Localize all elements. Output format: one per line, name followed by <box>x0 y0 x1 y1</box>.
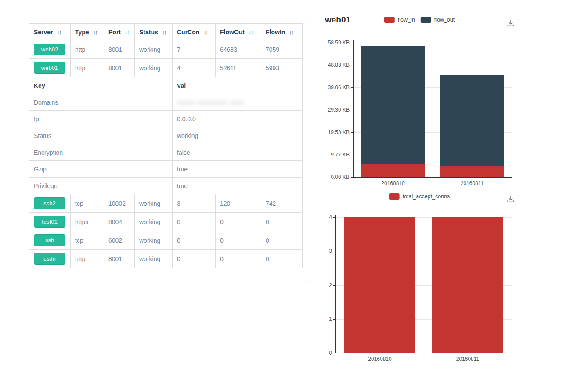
col-header-label: Status <box>139 29 158 36</box>
legend-item-total_accept_conns[interactable]: total_accept_conns <box>389 193 450 200</box>
bar-flow_out-20160811 <box>440 75 504 166</box>
cell-server: web02 <box>29 40 71 59</box>
bar-flow_in-20160810 <box>361 164 425 177</box>
y-axis-label: 1 <box>329 316 332 322</box>
cell-server: test01 <box>29 213 71 231</box>
col-header-port[interactable]: Port↓↑ <box>104 24 135 40</box>
table-row: web01http8001working4526115993 <box>29 59 303 77</box>
col-header-server[interactable]: Server↓↑ <box>29 24 71 40</box>
table-row: ssh2tcp10002working3120742 <box>29 194 303 213</box>
cell-curcon: 0 <box>173 231 216 250</box>
sort-icon: ↓↑ <box>125 29 129 36</box>
x-axis-tick <box>336 353 336 356</box>
y-axis-label: 3 <box>329 248 332 254</box>
y-axis-label: 0.00 KB <box>331 174 350 180</box>
cell-status: working <box>135 194 173 213</box>
x-axis-tick <box>512 178 512 180</box>
server-button-web02[interactable]: web02 <box>34 44 65 55</box>
cell-flowin: 5993 <box>261 59 303 77</box>
cell-status: working <box>135 59 173 77</box>
conns-chart: total_accept_conns 012342016081020160811 <box>316 190 523 367</box>
col-header-status[interactable]: Status↓↑ <box>135 24 173 40</box>
y-axis-label: 4 <box>329 214 332 220</box>
cell-flowout: 120 <box>216 194 261 213</box>
server-table-body: web02http8001working7646837059web01http8… <box>29 40 303 268</box>
cell-type: https <box>71 213 104 231</box>
cell-status: working <box>135 40 173 59</box>
col-header-flowin[interactable]: FlowIn↓↑ <box>261 24 303 40</box>
cell-port: 8004 <box>104 213 135 231</box>
server-button-csdn[interactable]: csdn <box>34 253 65 265</box>
kv-val: true <box>173 178 303 194</box>
cell-type: http <box>71 40 104 59</box>
cell-port: 8001 <box>104 40 135 59</box>
chart-title: web01 <box>325 15 350 25</box>
server-button-ssh[interactable]: ssh <box>34 234 65 246</box>
x-axis-tick <box>424 353 424 356</box>
cell-server: ssh <box>29 231 71 250</box>
cell-flowin: 0 <box>261 213 303 231</box>
table-row: web02http8001working7646837059 <box>29 40 303 59</box>
cell-flowin: 0 <box>261 250 303 268</box>
table-row: csdnhttp8001working000 <box>29 250 303 268</box>
server-button-ssh2[interactable]: ssh2 <box>34 197 65 209</box>
y-axis-label: 48.83 KB <box>328 62 350 68</box>
cell-flowout: 64683 <box>216 40 261 59</box>
col-header-flowout[interactable]: FlowOut↓↑ <box>216 24 261 40</box>
server-table-header: Server↓↑Type↓↑Port↓↑Status↓↑CurCon↓↑Flow… <box>29 24 303 40</box>
cell-flowin: 742 <box>261 194 303 213</box>
x-axis-label: 20160811 <box>456 356 480 362</box>
cell-curcon: 0 <box>173 250 216 268</box>
cell-type: http <box>71 250 104 268</box>
bar-total_accept_conns-20160811 <box>432 217 503 353</box>
cell-server: ssh2 <box>29 194 71 213</box>
kv-val: working <box>173 127 303 144</box>
cell-type: tcp <box>71 231 104 250</box>
cell-server: web01 <box>29 59 71 77</box>
cell-flowout: 0 <box>216 231 261 250</box>
cell-curcon: 4 <box>173 59 216 77</box>
y-axis-label: 0 <box>329 350 332 356</box>
legend-swatch <box>384 17 395 23</box>
legend-item-flow_out[interactable]: flow_out <box>421 17 455 23</box>
cell-curcon: 0 <box>173 213 216 231</box>
y-axis-label: 9.77 KB <box>331 152 350 158</box>
download-icon <box>506 18 516 28</box>
cell-port: 8001 <box>104 59 135 77</box>
col-header-label: Port <box>108 29 121 36</box>
col-header-curcon[interactable]: CurCon↓↑ <box>173 24 216 40</box>
chart-plot: 012342016081020160811 <box>336 217 512 353</box>
cell-port: 8001 <box>104 250 135 268</box>
kv-row: Gziptrue <box>29 161 303 178</box>
server-button-test01[interactable]: test01 <box>34 216 65 228</box>
y-axis-line <box>353 40 354 177</box>
sort-icon: ↓↑ <box>162 29 166 36</box>
cell-flowout: 52611 <box>216 59 261 77</box>
legend-item-flow_in[interactable]: flow_in <box>384 17 415 23</box>
chart-plot: 0.00 KB9.77 KB19.53 KB29.30 KB39.06 KB48… <box>354 43 512 177</box>
cell-flowout: 0 <box>216 213 261 231</box>
y-axis-label: 2 <box>329 282 332 288</box>
kv-header-row: KeyVal <box>29 77 303 94</box>
sort-icon: ↓↑ <box>93 29 97 36</box>
cell-type: http <box>71 59 104 77</box>
y-axis-label: 39.06 KB <box>328 84 350 91</box>
x-axis-label: 20160810 <box>368 356 391 362</box>
kv-key: Status <box>29 127 173 144</box>
save-as-image-button[interactable] <box>506 194 516 205</box>
legend-label: total_accept_conns <box>403 193 450 200</box>
kv-key: Privilege <box>29 178 173 194</box>
kv-row: Statusworking <box>29 127 303 144</box>
cell-status: working <box>135 231 173 250</box>
legend-label: flow_in <box>398 17 415 23</box>
table-row: sshtcp6002working000 <box>29 231 303 250</box>
kv-row: Domainsxxxxx xxxxxxxx xxxx <box>29 94 303 111</box>
kv-row: Encryptionfalse <box>29 144 303 161</box>
bar-total_accept_conns-20160810 <box>344 217 415 353</box>
server-button-web01[interactable]: web01 <box>34 62 65 74</box>
col-header-type[interactable]: Type↓↑ <box>71 24 104 40</box>
cell-flowout: 0 <box>216 250 261 268</box>
sort-icon: ↓↑ <box>57 29 61 36</box>
save-as-image-button[interactable] <box>506 18 516 29</box>
y-axis-label: 19.53 KB <box>328 129 350 135</box>
